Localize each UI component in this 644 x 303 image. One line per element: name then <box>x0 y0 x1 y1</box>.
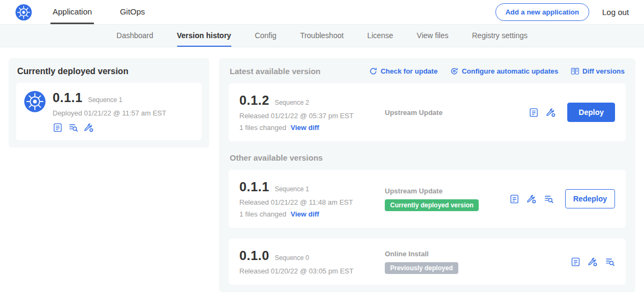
config-icon[interactable] <box>526 194 537 204</box>
release-notes-icon[interactable] <box>529 107 539 118</box>
add-application-button[interactable]: Add a new application <box>495 3 589 21</box>
configure-automatic-updates-button[interactable]: Configure automatic updates <box>450 67 558 75</box>
preflight-checks-icon[interactable] <box>605 257 615 267</box>
redeploy-button[interactable]: Redeploy <box>565 189 615 208</box>
preflight-checks-icon[interactable] <box>68 122 78 133</box>
subnav-item-dashboard[interactable]: Dashboard <box>116 25 153 47</box>
latest-available-title: Latest available version <box>230 67 320 76</box>
app-subnav: Dashboard Version history Config Trouble… <box>0 25 644 47</box>
version-source-label: Upstream Update <box>385 109 529 117</box>
version-number: 0.1.1 <box>239 179 269 194</box>
auto-update-icon <box>450 67 458 75</box>
version-source-label: Upstream Update <box>385 187 509 195</box>
preflight-checks-icon[interactable] <box>544 194 554 204</box>
files-changed-label: 1 files changed <box>239 210 286 218</box>
available-versions-panel: Latest available version Check for updat… <box>219 58 635 292</box>
released-timestamp: Released 01/21/22 @ 11:48 am EST <box>239 198 376 206</box>
subnav-item-registry-settings[interactable]: Registry settings <box>472 25 528 47</box>
sequence-label: Sequence 2 <box>275 99 309 106</box>
subnav-item-license[interactable]: License <box>367 25 393 47</box>
tab-gitops[interactable]: GitOps <box>118 0 147 24</box>
kubernetes-logo-icon[interactable] <box>15 4 32 21</box>
deployed-version-card: 0.1.1 Sequence 1 Deployed 01/21/22 @ 11:… <box>16 83 202 140</box>
config-icon[interactable] <box>546 107 556 118</box>
other-versions-title: Other available versions <box>230 153 625 162</box>
version-history-page: Currently deployed version 0 <box>0 47 644 303</box>
check-for-update-button[interactable]: Check for update <box>369 67 437 75</box>
release-notes-icon[interactable] <box>53 122 63 133</box>
deployed-timestamp: Deployed 01/21/22 @ 11:57 am EST <box>53 109 166 117</box>
released-timestamp: Released 01/20/22 @ 03:05 pm EST <box>239 267 376 275</box>
files-changed-label: 1 files changed <box>239 124 286 132</box>
currently-deployed-panel: Currently deployed version 0 <box>9 58 209 148</box>
top-tabs: Application GitOps <box>50 0 171 24</box>
previously-deployed-badge: Previously deployed <box>385 262 458 274</box>
deployed-version-number: 0.1.1 <box>53 90 83 105</box>
version-card-0-1-0: 0.1.0 Sequence 0 Released 01/20/22 @ 03:… <box>229 239 626 285</box>
config-icon[interactable] <box>84 122 94 133</box>
refresh-icon <box>369 67 377 75</box>
subnav-item-version-history[interactable]: Version history <box>177 25 231 47</box>
version-number: 0.1.2 <box>239 93 269 108</box>
deploy-button[interactable]: Deploy <box>567 103 615 122</box>
released-timestamp: Released 01/21/22 @ 05:37 pm EST <box>239 112 376 120</box>
release-notes-icon[interactable] <box>509 194 519 204</box>
app-logo-icon <box>24 90 46 113</box>
latest-version-card: 0.1.2 Sequence 2 Released 01/21/22 @ 05:… <box>229 83 626 141</box>
sequence-label: Sequence 0 <box>275 254 309 262</box>
subnav-item-config[interactable]: Config <box>255 25 276 47</box>
subnav-item-view-files[interactable]: View files <box>417 25 449 47</box>
currently-deployed-badge: Currently deployed version <box>385 199 479 211</box>
version-number: 0.1.0 <box>239 248 269 263</box>
tab-application[interactable]: Application <box>50 0 94 24</box>
sequence-label: Sequence 1 <box>275 185 309 193</box>
version-card-0-1-1: 0.1.1 Sequence 1 Released 01/21/22 @ 11:… <box>229 170 626 228</box>
logout-link[interactable]: Log out <box>602 8 629 17</box>
diff-versions-button[interactable]: Diff versions <box>571 67 625 75</box>
top-navbar: Application GitOps Add a new application… <box>0 0 644 25</box>
deployed-panel-title: Currently deployed version <box>17 67 201 76</box>
view-diff-link[interactable]: View diff <box>290 124 319 132</box>
diff-icon <box>571 67 579 75</box>
version-source-label: Online Install <box>385 250 570 258</box>
release-notes-icon[interactable] <box>570 257 581 267</box>
deployed-sequence-label: Sequence 1 <box>88 96 122 104</box>
config-icon[interactable] <box>588 257 598 267</box>
subnav-item-troubleshoot[interactable]: Troubleshoot <box>300 25 343 47</box>
view-diff-link[interactable]: View diff <box>290 210 319 218</box>
